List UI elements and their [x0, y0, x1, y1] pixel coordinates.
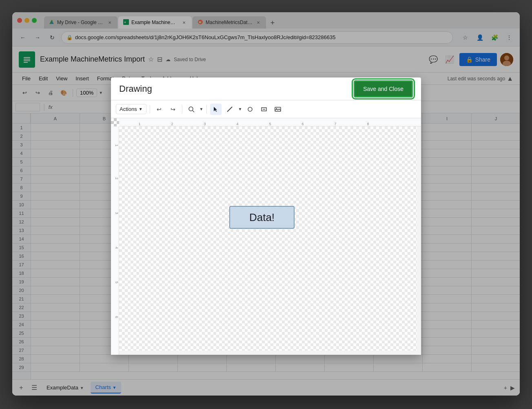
canvas-content[interactable]: Data!	[119, 126, 421, 355]
line-tool-dropdown-icon[interactable]: ▼	[238, 107, 242, 111]
drawing-canvas[interactable]: 1 2 3 4 5 6 7 8 1 2 3 4 5	[111, 118, 421, 355]
browser-window: My Drive - Google Drive ✕ + Example Mach…	[12, 12, 520, 396]
scrollbar-bottom[interactable]	[119, 351, 417, 355]
ruler-mark-5: 5	[254, 122, 286, 126]
zoom-icon	[188, 106, 195, 113]
dialog-title: Drawing	[119, 84, 152, 94]
dialog-header: Drawing Save and Close	[111, 77, 421, 100]
svg-line-16	[193, 111, 194, 112]
ruler-mark-4: 4	[221, 122, 254, 126]
image-icon	[275, 106, 281, 113]
save-and-close-button[interactable]: Save and Close	[354, 80, 413, 97]
ruler-mark-2: 2	[156, 122, 188, 126]
image-tool-button[interactable]	[272, 104, 284, 115]
ruler-top: 1 2 3 4 5 6 7 8	[119, 118, 421, 126]
scrollbar-right[interactable]	[417, 126, 421, 355]
redo-drawing-button[interactable]: ↪	[167, 104, 179, 115]
ruler-mark-8: 8	[352, 122, 384, 126]
textbox-icon	[261, 106, 267, 113]
ruler-mark-1: 1	[123, 122, 156, 126]
ruler-left-mark-5: 5	[115, 265, 119, 300]
svg-point-18	[248, 107, 252, 111]
ruler-left-mark-1: 1	[115, 126, 119, 161]
line-icon	[226, 106, 233, 113]
actions-dropdown-icon: ▼	[139, 107, 143, 111]
ruler-left-mark-3: 3	[115, 196, 119, 230]
shape-icon	[247, 106, 253, 113]
actions-label: Actions	[120, 106, 137, 112]
zoom-drawing-button[interactable]	[186, 104, 197, 115]
data-box[interactable]: Data!	[229, 206, 295, 229]
drawing-divider-3	[206, 105, 207, 113]
drawing-divider-1	[150, 105, 150, 113]
drawing-divider-2	[182, 105, 182, 113]
ruler-left-mark-6: 6	[115, 300, 119, 334]
drawing-dialog: Drawing Save and Close Actions ▼ ↩ ↪	[111, 77, 421, 355]
undo-drawing-button[interactable]: ↩	[153, 104, 165, 115]
ruler-left-mark-2: 2	[115, 161, 119, 196]
ruler-left-mark-4: 4	[115, 230, 119, 265]
ruler-mark-6: 6	[286, 122, 319, 126]
svg-point-15	[189, 107, 193, 111]
line-tool-button[interactable]	[224, 104, 235, 115]
shape-tool-button[interactable]	[244, 104, 256, 115]
select-cursor-icon	[213, 106, 219, 113]
ruler-mark-3: 3	[188, 122, 221, 126]
textbox-tool-button[interactable]	[258, 104, 270, 115]
ruler-left: 1 2 3 4 5 6	[111, 126, 119, 355]
ruler-mark-7: 7	[319, 122, 352, 126]
svg-line-17	[227, 107, 232, 112]
drawing-toolbar: Actions ▼ ↩ ↪ ▼	[111, 100, 421, 118]
actions-button[interactable]: Actions ▼	[116, 104, 146, 114]
zoom-drawing-dropdown-icon[interactable]: ▼	[200, 107, 204, 111]
dialog-overlay: Drawing Save and Close Actions ▼ ↩ ↪	[12, 12, 520, 396]
select-tool-button[interactable]	[210, 104, 222, 115]
data-box-text: Data!	[249, 211, 275, 224]
